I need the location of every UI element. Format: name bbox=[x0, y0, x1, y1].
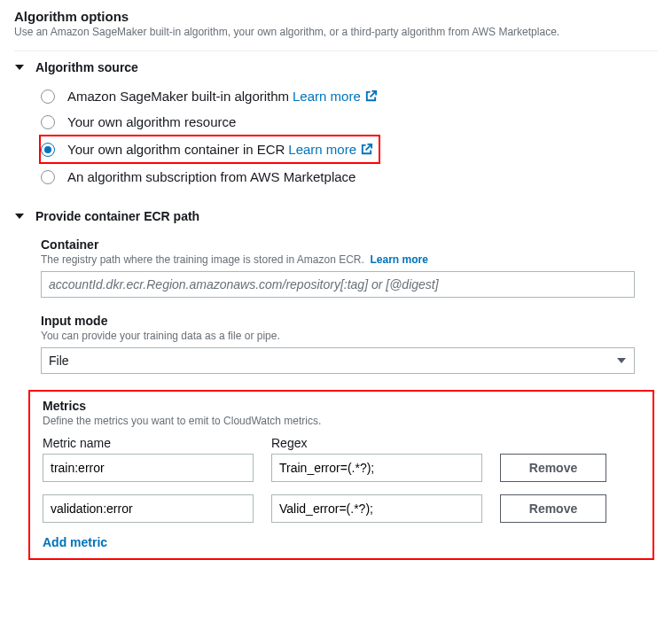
algorithm-source-header[interactable]: Algorithm source bbox=[14, 60, 658, 83]
radio-own-ecr: Your own algorithm container in ECR Lear… bbox=[41, 139, 373, 159]
external-link-icon bbox=[364, 89, 378, 103]
svg-marker-1 bbox=[15, 214, 24, 219]
learn-more-link[interactable]: Learn more bbox=[371, 253, 428, 266]
regex-header: Regex bbox=[271, 436, 482, 450]
container-path-input[interactable] bbox=[41, 271, 635, 298]
metric-name-input[interactable] bbox=[43, 494, 254, 523]
ecr-path-title: Provide container ECR path bbox=[35, 209, 199, 223]
radio-label: Amazon SageMaker built-in algorithm bbox=[67, 89, 289, 104]
input-mode-label: Input mode bbox=[41, 314, 658, 328]
radio-own-resource: Your own algorithm resource bbox=[41, 109, 658, 135]
container-desc: The registry path where the training ima… bbox=[41, 253, 364, 266]
radio-input[interactable] bbox=[41, 170, 55, 184]
algorithm-source-title: Algorithm source bbox=[35, 60, 138, 74]
add-metric-link[interactable]: Add metric bbox=[43, 535, 640, 549]
radio-builtin: Amazon SageMaker built-in algorithm Lear… bbox=[41, 83, 658, 109]
radio-label: Your own algorithm resource bbox=[67, 114, 236, 129]
radio-label: Your own algorithm container in ECR bbox=[67, 142, 285, 157]
radio-label: An algorithm subscription from AWS Marke… bbox=[67, 169, 356, 184]
remove-button[interactable]: Remove bbox=[500, 454, 606, 482]
svg-marker-0 bbox=[15, 65, 24, 70]
metric-regex-input[interactable] bbox=[271, 454, 482, 482]
chevron-down-icon bbox=[616, 355, 627, 366]
learn-more-link[interactable]: Learn more bbox=[288, 142, 373, 157]
page-subtitle: Use an Amazon SageMaker built-in algorit… bbox=[14, 26, 658, 38]
algorithm-source-radio-group: Amazon SageMaker built-in algorithm Lear… bbox=[14, 83, 658, 190]
input-mode-select[interactable]: File bbox=[41, 347, 635, 374]
metric-name-input[interactable] bbox=[43, 454, 254, 482]
radio-marketplace: An algorithm subscription from AWS Marke… bbox=[41, 164, 658, 190]
caret-down-icon bbox=[14, 211, 25, 222]
caret-down-icon bbox=[14, 62, 25, 73]
metrics-desc: Define the metrics you want to emit to C… bbox=[43, 415, 640, 427]
radio-input[interactable] bbox=[41, 115, 55, 129]
radio-input[interactable] bbox=[41, 89, 55, 104]
metric-regex-input[interactable] bbox=[271, 494, 482, 523]
input-mode-value: File bbox=[49, 354, 69, 368]
remove-button[interactable]: Remove bbox=[500, 494, 606, 523]
input-mode-desc: You can provide your training data as a … bbox=[41, 330, 658, 342]
metric-name-header: Metric name bbox=[43, 436, 254, 450]
highlight-selected: Your own algorithm container in ECR Lear… bbox=[39, 135, 380, 164]
radio-input[interactable] bbox=[41, 143, 55, 157]
external-link-icon bbox=[360, 143, 373, 156]
container-label: Container bbox=[41, 237, 658, 252]
svg-marker-2 bbox=[617, 358, 626, 363]
page-title: Algorithm options bbox=[14, 9, 658, 24]
learn-more-link[interactable]: Learn more bbox=[293, 89, 378, 104]
metrics-label: Metrics bbox=[43, 399, 640, 413]
ecr-path-header[interactable]: Provide container ECR path bbox=[14, 209, 658, 232]
metrics-section: Metrics Define the metrics you want to e… bbox=[28, 390, 654, 560]
